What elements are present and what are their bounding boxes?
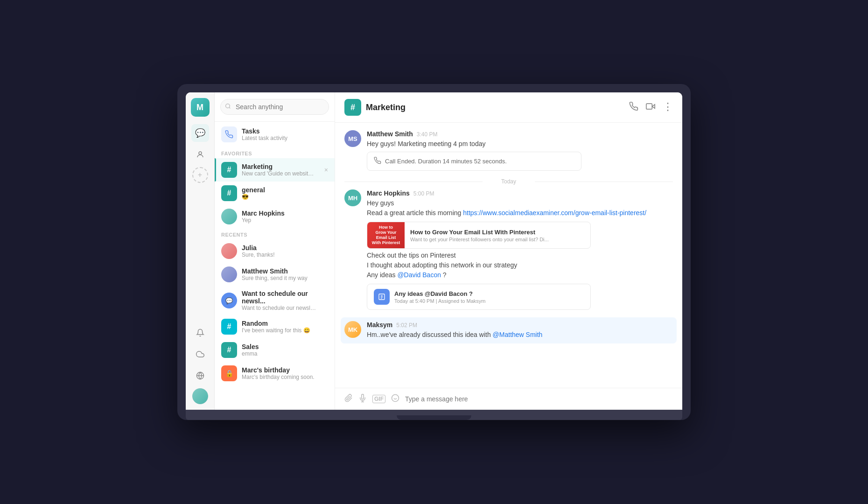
chat-main: # Marketing ⋮ [335, 92, 682, 410]
newsletter-preview: Want to schedule our newslet... [242, 305, 316, 311]
search-bar [215, 92, 335, 122]
link-preview-desc: Want to get your Pinterest followers ont… [410, 237, 549, 242]
marketing-icon: # [221, 162, 237, 178]
mention-matthew-smith: @Matthew Smith [493, 331, 543, 338]
birthday-icon: 🔒 [221, 365, 237, 381]
sidebar-item-sales[interactable]: # Sales emma [215, 338, 335, 362]
favorites-label: FAVORITES [215, 147, 335, 158]
channel-list: Tasks Latest task activity FAVORITES # M… [215, 92, 335, 410]
marketing-preview: New card 'Guide on website o... [242, 170, 316, 177]
channel-title: Marketing [366, 103, 406, 112]
birthday-name: Marc's birthday [242, 366, 315, 374]
matthew-avatar [221, 266, 237, 282]
birthday-text: Marc's birthday Marc's birthday coming s… [242, 366, 315, 380]
nav-globe[interactable] [191, 367, 209, 385]
msg-author-ms: Matthew Smith [367, 130, 413, 138]
channel-header-icon: # [344, 99, 361, 116]
sales-preview: emma [242, 350, 259, 357]
tasks-text: Tasks Latest task activity [242, 127, 287, 141]
nav-contacts[interactable] [191, 146, 209, 163]
tasks-item[interactable]: Tasks Latest task activity [215, 122, 335, 147]
sidebar-item-marketing[interactable]: # Marketing New card 'Guide on website o… [215, 158, 335, 182]
nav-notifications[interactable] [191, 324, 209, 342]
sidebar-item-general[interactable]: # general 😎 [215, 182, 335, 205]
tasks-icon [221, 126, 237, 142]
general-icon: # [221, 185, 237, 201]
matthew-preview: Sure thing, send it my way [242, 275, 308, 281]
sidebar-item-marcs-birthday[interactable]: 🔒 Marc's birthday Marc's birthday coming… [215, 362, 335, 385]
matthew-text: Matthew Smith Sure thing, send it my way [242, 267, 308, 281]
tasks-title: Tasks [242, 127, 287, 135]
user-avatar[interactable]: M [191, 98, 210, 117]
task-card-title: Any ideas @David Bacon ? [394, 290, 485, 297]
chat-input-area: GIF [335, 388, 682, 410]
call-ended-text: Call Ended. Duration 14 minutes 52 secon… [385, 158, 507, 165]
marketing-name: Marketing [242, 163, 316, 170]
birthday-preview: Marc's birthday coming soon. [242, 374, 315, 380]
msg-time-ms: 3:40 PM [417, 131, 438, 138]
more-button[interactable]: ⋮ [663, 102, 673, 113]
chat-header-actions: ⋮ [629, 102, 673, 113]
msg-text-hm-4: I thought about adopting this network in… [367, 260, 673, 270]
julia-text: Julia Sure, thanks! [242, 244, 275, 258]
video-button[interactable] [646, 102, 655, 113]
task-card-text: Any ideas @David Bacon ? Today at 5:40 P… [394, 290, 485, 304]
newsletter-icon: 💬 [221, 293, 237, 308]
random-icon: # [221, 319, 237, 335]
sidebar-item-matthew-smith[interactable]: Matthew Smith Sure thing, send it my way [215, 263, 335, 286]
newsletter-name: Want to schedule our newsl... [242, 290, 328, 305]
sales-text: Sales emma [242, 343, 259, 357]
article-link[interactable]: https://www.socialmediaexaminer.com/grow… [463, 209, 646, 217]
sidebar-item-random[interactable]: # Random I've been waiting for this 😀 [215, 315, 335, 338]
emoji-icon[interactable] [391, 394, 399, 404]
general-name: general [242, 186, 265, 194]
message-marc-hopkins: MH Marc Hopkins 5:00 PM Hey guys Read a … [344, 189, 673, 310]
chat-header: # Marketing ⋮ [335, 92, 682, 123]
nav-add[interactable]: + [192, 167, 208, 183]
close-marketing[interactable]: × [324, 166, 328, 174]
search-input[interactable] [220, 99, 329, 115]
search-icon [225, 103, 231, 111]
gif-icon[interactable]: GIF [372, 395, 385, 403]
sidebar-item-julia[interactable]: Julia Sure, thanks! [215, 239, 335, 263]
attachment-icon[interactable] [344, 394, 353, 404]
sidebar-item-newsletter[interactable]: 💬 Want to schedule our newsl... Want to … [215, 286, 335, 315]
general-text: general 😎 [242, 186, 265, 200]
random-preview: I've been waiting for this 😀 [242, 327, 310, 334]
msg-text-hm-5: Any ideas @David Bacon ? [367, 270, 673, 280]
msg-header-ms: Matthew Smith 3:40 PM [367, 130, 673, 138]
svg-rect-6 [646, 104, 652, 109]
mic-icon[interactable] [358, 394, 367, 404]
marc-name: Marc Hopkins [242, 210, 285, 217]
msg-author-mk: Maksym [367, 321, 392, 329]
message-matthew-smith: MS Matthew Smith 3:40 PM Hey guys! Marke… [344, 130, 673, 171]
icon-sidebar: M 💬 + [186, 92, 215, 410]
marc-avatar [221, 209, 237, 224]
link-preview: How toGrow YourEmail ListWith Pinterest … [367, 222, 591, 249]
app-container: M 💬 + [186, 92, 682, 410]
active-bar [215, 158, 216, 182]
julia-avatar [221, 243, 237, 259]
task-card-sub: Today at 5:40 PM | Assigned to Maksym [394, 298, 485, 304]
random-name: Random [242, 320, 310, 327]
message-input[interactable] [405, 395, 673, 403]
marketing-text: Marketing New card 'Guide on website o..… [242, 163, 316, 177]
nav-messages[interactable]: 💬 [191, 124, 209, 142]
mention-david-bacon: @David Bacon [397, 271, 441, 279]
link-preview-text: How to Grow Your Email List With Pintere… [405, 225, 554, 246]
user-profile-avatar[interactable] [192, 388, 208, 404]
sidebar-item-marc-hopkins[interactable]: Marc Hopkins Yep [215, 205, 335, 228]
msg-text-mh-1: Hey guys [367, 198, 673, 208]
laptop-frame: M 💬 + [177, 84, 691, 420]
msg-avatar-ms: MS [344, 130, 361, 147]
svg-point-10 [392, 395, 399, 402]
phone-button[interactable] [629, 102, 638, 113]
call-ended-box: Call Ended. Duration 14 minutes 52 secon… [367, 152, 581, 171]
msg-text-mh-2: Read a great article this morning https:… [367, 208, 673, 218]
task-card[interactable]: Any ideas @David Bacon ? Today at 5:40 P… [367, 284, 591, 310]
today-divider: Today [344, 178, 673, 185]
svg-point-0 [199, 152, 202, 154]
marc-preview: Yep [242, 217, 285, 224]
msg-time-mh: 5:00 PM [413, 190, 434, 197]
nav-cloud[interactable] [191, 345, 209, 363]
